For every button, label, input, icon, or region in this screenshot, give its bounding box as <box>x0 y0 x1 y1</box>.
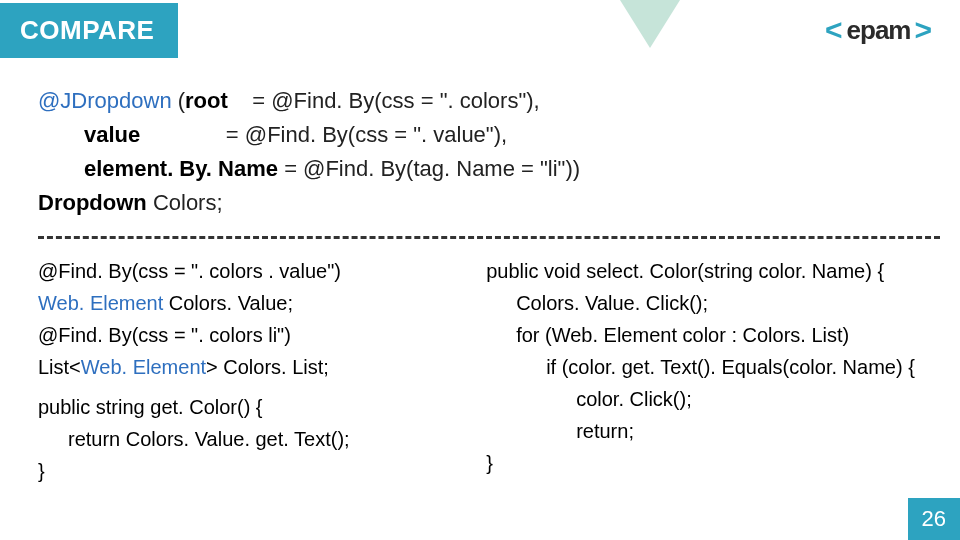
code-line: Web. Element Colors. Value; <box>38 287 466 319</box>
code-line: List<Web. Element> Colors. List; <box>38 351 466 383</box>
code-line: element. By. Name = @Find. By(tag. Name … <box>38 152 930 186</box>
logo-text: epam <box>847 15 911 46</box>
code-line: color. Click(); <box>486 383 930 415</box>
code-line: return; <box>486 415 930 447</box>
chevron-right-icon: > <box>914 13 932 47</box>
code-line: value = @Find. By(css = ". value"), <box>38 118 930 152</box>
code-line: public void select. Color(string color. … <box>486 255 930 287</box>
code-line: @Find. By(css = ". colors . value") <box>38 255 466 287</box>
chevron-left-icon: < <box>825 13 843 47</box>
code-line: @JDropdown (root = @Find. By(css = ". co… <box>38 84 930 118</box>
code-line: @Find. By(css = ". colors li") <box>38 319 466 351</box>
code-block-top: @JDropdown (root = @Find. By(css = ". co… <box>0 60 960 220</box>
slide-header: COMPARE < epam > <box>0 0 960 60</box>
code-block-right: public void select. Color(string color. … <box>466 255 930 487</box>
code-line: Dropdown Colors; <box>38 186 930 220</box>
code-line: for (Web. Element color : Colors. List) <box>486 319 930 351</box>
slide-title: COMPARE <box>0 3 178 58</box>
page-number-badge: 26 <box>908 498 960 540</box>
code-line: } <box>486 447 930 479</box>
dashed-divider <box>38 236 940 239</box>
code-block-left: @Find. By(css = ". colors . value") Web.… <box>38 255 466 487</box>
code-line: Colors. Value. Click(); <box>486 287 930 319</box>
code-line: if (color. get. Text(). Equals(color. Na… <box>486 351 930 383</box>
code-line: } <box>38 455 466 487</box>
code-columns: @Find. By(css = ". colors . value") Web.… <box>0 255 960 487</box>
decorative-triangle-icon <box>620 0 680 48</box>
code-line: return Colors. Value. get. Text(); <box>38 423 466 455</box>
epam-logo: < epam > <box>825 13 932 47</box>
code-line: public string get. Color() { <box>38 391 466 423</box>
